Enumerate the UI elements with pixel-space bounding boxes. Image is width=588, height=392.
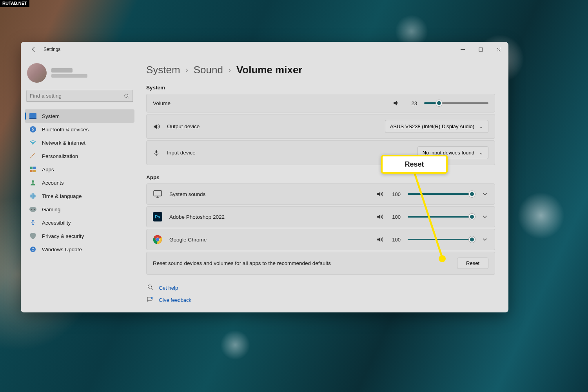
app-volume-slider[interactable] xyxy=(408,216,472,218)
breadcrumb: System › Sound › Volume mixer xyxy=(146,64,495,76)
search-input[interactable] xyxy=(26,90,133,102)
speaker-icon[interactable] xyxy=(376,191,383,198)
reset-button[interactable]: Reset xyxy=(457,258,488,269)
svg-rect-8 xyxy=(30,170,33,172)
accessibility-icon xyxy=(29,219,36,226)
get-help-link[interactable]: ? Get help xyxy=(146,282,495,294)
shield-icon xyxy=(29,232,36,240)
output-label: Output device xyxy=(167,123,200,129)
app-volume-value: 100 xyxy=(390,237,401,243)
nav-label: Windows Update xyxy=(42,247,82,252)
chevron-down-icon: ⌄ xyxy=(479,123,483,129)
globe-clock-icon xyxy=(29,192,36,200)
chrome-icon xyxy=(153,235,162,244)
minimize-button[interactable] xyxy=(454,43,472,56)
svg-point-5 xyxy=(33,144,33,145)
chevron-right-icon: › xyxy=(186,66,188,74)
nav-label: Personalization xyxy=(42,153,78,159)
chevron-right-icon: › xyxy=(229,66,231,74)
sidebar-item-accessibility[interactable]: Accessibility xyxy=(25,216,134,229)
svg-rect-2 xyxy=(29,113,36,118)
app-volume-value: 100 xyxy=(390,214,401,220)
expand-button[interactable] xyxy=(481,236,488,243)
svg-point-14 xyxy=(34,209,35,210)
nav-label: Bluetooth & devices xyxy=(42,127,89,132)
user-profile[interactable] xyxy=(25,62,134,88)
svg-point-21 xyxy=(156,238,159,241)
app-volume-slider[interactable] xyxy=(408,239,472,240)
update-icon xyxy=(29,246,36,253)
annotation-callout: Reset xyxy=(381,155,448,174)
search-field[interactable] xyxy=(30,93,124,99)
speaker-icon[interactable] xyxy=(393,100,400,107)
speaker-icon[interactable] xyxy=(376,213,383,220)
search-icon xyxy=(124,93,129,99)
expand-button[interactable] xyxy=(481,213,488,220)
svg-point-25 xyxy=(151,297,153,299)
volume-card: Volume 23 xyxy=(146,94,495,113)
app-volume-slider[interactable] xyxy=(408,193,472,195)
sidebar-item-network[interactable]: Network & internet xyxy=(25,136,134,149)
apps-icon xyxy=(29,166,36,173)
sidebar-item-time[interactable]: Time & language xyxy=(25,189,134,203)
site-watermark: RUTAB.NET xyxy=(0,0,29,7)
bluetooth-icon xyxy=(29,126,36,133)
svg-rect-3 xyxy=(29,118,36,119)
paintbrush-icon xyxy=(29,152,36,160)
give-feedback-link[interactable]: Give feedback xyxy=(146,294,495,306)
output-device-card: Output device ASUS VS238 (Intel(R) Displ… xyxy=(146,114,495,139)
main-content: System › Sound › Volume mixer System Vol… xyxy=(138,57,508,312)
volume-label: Volume xyxy=(153,100,171,106)
speaker-icon[interactable] xyxy=(376,236,383,243)
crumb-sound[interactable]: Sound xyxy=(194,64,223,76)
svg-rect-17 xyxy=(156,150,158,153)
close-button[interactable] xyxy=(490,43,508,56)
titlebar: Settings xyxy=(21,42,508,57)
crumb-current: Volume mixer xyxy=(236,64,303,76)
volume-value: 23 xyxy=(407,100,417,106)
link-label: Get help xyxy=(159,285,178,291)
speaker-loud-icon xyxy=(153,123,160,130)
svg-text:?: ? xyxy=(149,285,151,288)
sidebar-item-privacy[interactable]: Privacy & security xyxy=(25,229,134,243)
back-button[interactable] xyxy=(27,43,40,56)
input-label: Input device xyxy=(167,150,196,156)
sidebar: System Bluetooth & devices Network & int… xyxy=(21,57,138,312)
nav-label: Apps xyxy=(42,167,54,172)
output-device-dropdown[interactable]: ASUS VS238 (Intel(R) Display Audio) ⌄ xyxy=(385,120,488,133)
app-label: Google Chrome xyxy=(169,237,207,243)
sidebar-item-accounts[interactable]: Accounts xyxy=(25,176,134,189)
crumb-system[interactable]: System xyxy=(146,64,180,76)
sidebar-item-apps[interactable]: Apps xyxy=(25,163,134,176)
svg-rect-12 xyxy=(29,207,36,212)
app-row-system-sounds: System sounds 100 xyxy=(146,183,495,205)
sidebar-item-gaming[interactable]: Gaming xyxy=(25,203,134,216)
svg-rect-18 xyxy=(154,191,162,196)
nav-label: Privacy & security xyxy=(42,233,84,239)
monitor-icon xyxy=(153,189,162,199)
app-row-chrome: Google Chrome 100 xyxy=(146,229,495,250)
nav-label: Accounts xyxy=(42,180,64,186)
nav-label: Network & internet xyxy=(42,140,85,146)
person-icon xyxy=(29,179,36,186)
photoshop-icon: Ps xyxy=(153,212,162,221)
window-title: Settings xyxy=(44,47,60,52)
avatar xyxy=(27,63,47,83)
chevron-down-icon: ⌄ xyxy=(479,150,483,156)
app-label: System sounds xyxy=(169,191,205,197)
sidebar-item-update[interactable]: Windows Update xyxy=(25,243,134,256)
section-system-label: System xyxy=(146,85,495,91)
help-icon: ? xyxy=(147,284,153,292)
sidebar-item-system[interactable]: System xyxy=(25,109,134,123)
svg-rect-9 xyxy=(33,170,36,172)
sidebar-item-personalization[interactable]: Personalization xyxy=(25,149,134,163)
volume-slider[interactable] xyxy=(424,102,488,104)
svg-point-10 xyxy=(32,180,34,183)
sidebar-item-bluetooth[interactable]: Bluetooth & devices xyxy=(25,123,134,136)
wifi-icon xyxy=(29,139,36,146)
maximize-button[interactable] xyxy=(472,43,490,56)
expand-button[interactable] xyxy=(481,191,488,198)
system-icon xyxy=(29,113,36,120)
svg-point-1 xyxy=(125,94,128,97)
reset-description: Reset sound devices and volumes for all … xyxy=(153,260,331,266)
